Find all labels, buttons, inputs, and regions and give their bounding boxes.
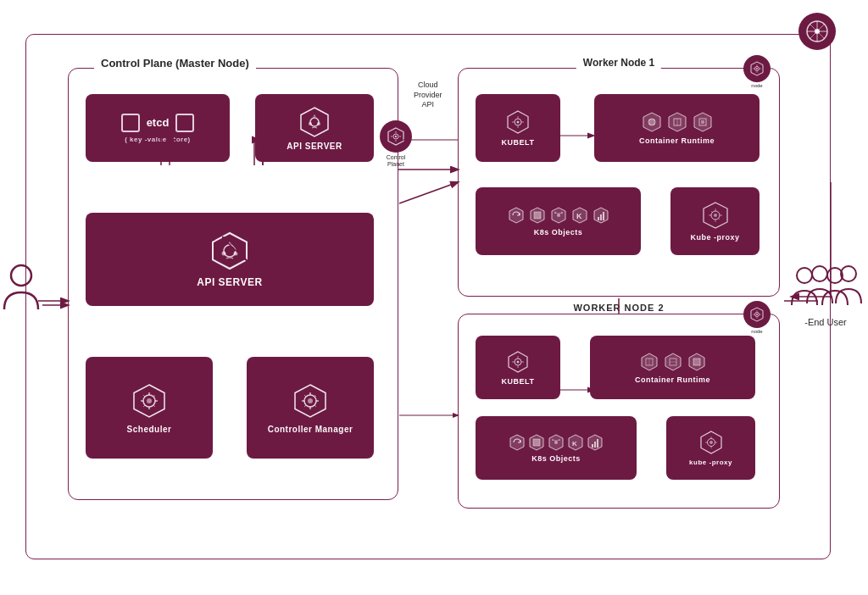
svg-rect-82 [594,442,596,448]
svg-rect-81 [592,444,593,448]
node1-icon [749,61,765,76]
k8s-obj-bar-icon [592,206,610,225]
etcd-component: etcd ( key -value store) [86,94,230,162]
svg-point-22 [395,136,397,137]
k8s-obj-k-icon: K [570,206,589,225]
svg-point-12 [222,252,226,256]
kubelt-1-component: KUBELT [476,94,560,162]
controller-manager-component: Controller Manager [247,357,374,459]
svg-point-88 [797,268,812,283]
control-plane-box: Control Plane (Master Node) etcd ( key -… [68,68,398,500]
svg-rect-68 [693,359,700,365]
container2-hex3 [687,352,707,372]
k8s2-network [548,434,565,451]
node1-badge: node [743,55,771,88]
control-planet-badge: ControlPlanet [380,120,412,169]
control-plane-title: Control Plane (Master Node) [94,57,256,70]
api-server-top-icon [298,106,331,138]
worker-node-2-title: WORKER NODE 2 [566,303,670,313]
container-hex2 [666,111,688,133]
k8s-objects-2: K K8s Objects [476,416,637,480]
k8s-objects-1-label: K8s Objects [534,228,583,236]
kubelt-2-label: KUBELT [502,377,535,386]
worker-node-1-title: Worker Node 1 [576,57,661,69]
k8s2-bar [587,434,604,451]
node2-badge: node [743,301,771,334]
k8s-obj-network-icon [549,206,568,225]
cloud-provider-label: Cloud Provider API [414,81,442,110]
svg-text:K: K [576,212,582,220]
k8s-obj-refresh-icon [507,206,526,225]
container-hex3 [692,111,714,133]
diagram-container: Control Plane (Master Node) etcd ( key -… [0,0,868,595]
svg-point-86 [709,441,713,444]
k8s2-k: K [567,434,584,451]
svg-rect-71 [533,439,540,446]
svg-point-60 [517,360,520,363]
kubelt-1-label: KUBELT [502,138,535,147]
worker-node-1-box: Worker Node 1 node KUBELT [458,68,780,297]
svg-rect-51 [603,212,604,220]
container-runtime-2-label: Container Runtime [635,375,710,384]
node2-icon [749,307,765,322]
container-hex1 [641,111,663,133]
svg-point-19 [308,398,313,403]
api-server-mid-icon [209,231,250,271]
svg-point-73 [554,441,558,444]
svg-point-41 [557,214,560,217]
svg-point-28 [517,121,520,124]
api-server-top: API SERVER [255,94,374,162]
api-server-mid: API SERVER [86,213,374,306]
svg-rect-49 [598,217,599,220]
svg-rect-39 [534,212,541,219]
svg-marker-69 [510,435,524,450]
person-icon [0,263,42,314]
api-server-top-label: API SERVER [287,142,342,151]
kube-proxy-2-icon [698,430,724,455]
svg-point-54 [714,214,717,217]
svg-point-5 [815,29,820,34]
end-user-container: -End User [787,263,864,327]
svg-point-11 [224,245,236,257]
kubelt-1-icon [505,109,531,135]
etcd-square-icon [121,114,140,132]
svg-point-13 [234,252,238,256]
svg-point-87 [11,265,31,286]
kube-proxy-1-label: Kube -proxy [690,233,739,242]
svg-point-7 [310,118,319,126]
kubelt-2-component: KUBELT [476,336,560,399]
svg-point-9 [317,122,320,125]
user-icon-container [0,263,42,314]
worker-node-2-box: WORKER NODE 2 node KUBELT [458,314,780,509]
container2-hex1 [639,352,659,372]
container-runtime-1: Container Runtime [594,94,760,162]
scheduler-label: Scheduler [127,425,172,434]
k8s-icon [805,19,829,43]
scheduler-icon [131,382,168,420]
k8s-objects-2-label: K8s Objects [531,454,581,463]
k8s-logo-badge [798,13,836,50]
end-user-icon [787,263,864,314]
svg-point-16 [147,398,152,403]
etcd-sublabel: ( key -value store) [125,136,191,143]
end-user-label: -End User [804,317,847,327]
svg-point-25 [756,68,758,70]
svg-rect-50 [600,214,602,220]
control-planet-icon [387,127,405,146]
etcd-label: etcd [147,116,170,129]
svg-rect-83 [597,439,598,448]
svg-rect-36 [701,120,704,124]
controller-manager-label: Controller Manager [268,425,353,434]
k8s2-refresh [509,434,526,451]
svg-point-57 [756,314,758,315]
k8s-objects-1: K K8s Objects [476,187,641,255]
kube-proxy-2: kube -proxy [666,416,755,480]
svg-text:K: K [572,440,577,448]
svg-marker-37 [509,208,523,223]
scheduler-component: Scheduler [86,357,213,459]
container-runtime-1-label: Container Runtime [639,136,715,145]
etcd-square-icon2 [175,114,194,132]
controller-manager-icon [292,382,329,420]
svg-point-89 [812,266,827,281]
kube-proxy-1: Kube -proxy [670,187,760,255]
